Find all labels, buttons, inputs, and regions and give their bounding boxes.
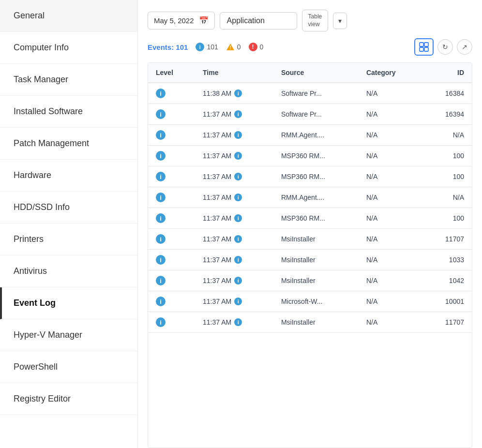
cell-time: 11:38 AMi: [195, 83, 273, 104]
table-body: i11:38 AMiSoftware Pr...N/A16384i11:37 A…: [148, 83, 472, 333]
cell-level: i: [148, 291, 195, 312]
cell-time: 11:37 AMi: [195, 229, 273, 250]
warn-count-group: ! 0: [226, 43, 241, 51]
warn-count: 0: [237, 43, 241, 51]
table-row[interactable]: i11:37 AMiMsiInstallerN/A1042: [148, 270, 472, 291]
sidebar-item-hdd-ssd-info[interactable]: HDD/SSD Info: [0, 192, 137, 224]
table-row[interactable]: i11:37 AMiRMM.Agent....N/AN/A: [148, 187, 472, 208]
sidebar-item-powershell[interactable]: PowerShell: [0, 351, 137, 383]
app-selector[interactable]: Application: [220, 12, 297, 30]
time-info-icon: i: [234, 152, 242, 160]
cell-category: N/A: [359, 250, 423, 270]
events-label: Events: 101: [148, 43, 188, 51]
cell-level: i: [148, 166, 195, 187]
cell-source: RMM.Agent....: [273, 125, 359, 146]
cell-id: 100: [422, 208, 472, 229]
info-icon: i: [156, 151, 166, 161]
sidebar-item-installed-software[interactable]: Installed Software: [0, 96, 137, 128]
info-icon: i: [156, 276, 166, 285]
cell-source: Software Pr...: [273, 83, 359, 104]
sidebar-item-hyper-v-manager[interactable]: Hyper-V Manager: [0, 319, 137, 351]
time-info-icon: i: [234, 277, 242, 284]
cell-category: N/A: [359, 83, 423, 104]
cell-category: N/A: [359, 104, 423, 125]
refresh-icon: ↻: [442, 43, 448, 51]
col-source: Source: [273, 63, 359, 83]
time-info-icon: i: [234, 173, 242, 180]
cell-time: 11:37 AMi: [195, 208, 273, 229]
sidebar-item-hardware[interactable]: Hardware: [0, 160, 137, 192]
refresh-button[interactable]: ↻: [437, 39, 453, 55]
info-count-group: i 101: [196, 43, 218, 51]
cell-level: i: [148, 250, 195, 270]
table-row[interactable]: i11:38 AMiSoftware Pr...N/A16384: [148, 83, 472, 104]
cell-source: Microsoft-W...: [273, 291, 359, 312]
col-time: Time: [195, 63, 273, 83]
table-row[interactable]: i11:37 AMiMsiInstallerN/A11707: [148, 229, 472, 250]
info-icon: i: [156, 317, 166, 327]
table-header: Level Time Source Category ID: [148, 63, 472, 83]
table-row[interactable]: i11:37 AMiSoftware Pr...N/A16394: [148, 104, 472, 125]
cell-category: N/A: [359, 166, 423, 187]
cell-source: MsiInstaller: [273, 250, 359, 270]
sidebar-item-registry-editor[interactable]: Registry Editor: [0, 383, 137, 415]
table-icon-button[interactable]: [414, 38, 434, 56]
svg-rect-2: [420, 43, 423, 46]
time-info-icon: i: [234, 110, 242, 118]
error-count: 0: [260, 43, 264, 51]
info-icon: i: [156, 297, 166, 306]
sidebar-item-computer-info[interactable]: Computer Info: [0, 32, 137, 64]
app-selector-label: Application: [227, 16, 265, 25]
sidebar-item-patch-management[interactable]: Patch Management: [0, 128, 137, 160]
info-icon-sm: i: [196, 43, 204, 51]
table-row[interactable]: i11:37 AMiMSP360 RM...N/A100: [148, 146, 472, 166]
cell-level: i: [148, 83, 195, 104]
info-icon: i: [156, 109, 166, 119]
cell-time: 11:37 AMi: [195, 250, 273, 270]
time-info-icon: i: [234, 318, 242, 326]
cell-category: N/A: [359, 312, 423, 333]
event-log-table: Level Time Source Category ID i11:38 AMi…: [148, 62, 472, 448]
export-icon: ↗: [462, 43, 467, 51]
table-row[interactable]: i11:37 AMiMSP360 RM...N/A100: [148, 166, 472, 187]
cell-id: 16394: [422, 104, 472, 125]
time-info-icon: i: [234, 131, 242, 139]
cell-time: 11:37 AMi: [195, 312, 273, 333]
cell-id: 11707: [422, 229, 472, 250]
cell-id: N/A: [422, 125, 472, 146]
cell-id: 11707: [422, 312, 472, 333]
sidebar-item-general[interactable]: General: [0, 0, 137, 32]
time-info-icon: i: [234, 90, 242, 97]
events-right-actions: ↻ ↗: [414, 38, 472, 56]
table-row[interactable]: i11:37 AMiMsiInstallerN/A11707: [148, 312, 472, 333]
cell-category: N/A: [359, 291, 423, 312]
cell-category: N/A: [359, 125, 423, 146]
table-view-button[interactable]: Tableview: [302, 10, 329, 31]
cell-source: MSP360 RM...: [273, 166, 359, 187]
table-row[interactable]: i11:37 AMiRMM.Agent....N/AN/A: [148, 125, 472, 146]
error-count-group: ! 0: [249, 43, 264, 51]
cell-time: 11:37 AMi: [195, 125, 273, 146]
export-button[interactable]: ↗: [457, 39, 472, 55]
events-bar: Events: 101 i 101 ! 0 ! 0: [148, 38, 472, 56]
date-picker[interactable]: May 5, 2022 📅: [148, 12, 215, 30]
info-icon: i: [156, 234, 166, 244]
table-view-label: Tableview: [308, 13, 322, 28]
cell-level: i: [148, 208, 195, 229]
sidebar-item-task-manager[interactable]: Task Manager: [0, 64, 137, 96]
table-row[interactable]: i11:37 AMiMSP360 RM...N/A100: [148, 208, 472, 229]
table-row[interactable]: i11:37 AMiMicrosoft-W...N/A10001: [148, 291, 472, 312]
sidebar-item-event-log[interactable]: Event Log: [0, 287, 137, 319]
sidebar-item-printers[interactable]: Printers: [0, 224, 137, 255]
cell-id: 10001: [422, 291, 472, 312]
cell-time: 11:37 AMi: [195, 104, 273, 125]
cell-id: 100: [422, 146, 472, 166]
dropdown-button[interactable]: ▾: [333, 13, 347, 29]
cell-time: 11:37 AMi: [195, 291, 273, 312]
warn-icon-sm: !: [226, 43, 235, 51]
sidebar-item-antivirus[interactable]: Antivirus: [0, 255, 137, 287]
svg-rect-4: [420, 47, 423, 51]
time-info-icon: i: [234, 256, 242, 264]
cell-level: i: [148, 312, 195, 333]
table-row[interactable]: i11:37 AMiMsiInstallerN/A1033: [148, 250, 472, 270]
